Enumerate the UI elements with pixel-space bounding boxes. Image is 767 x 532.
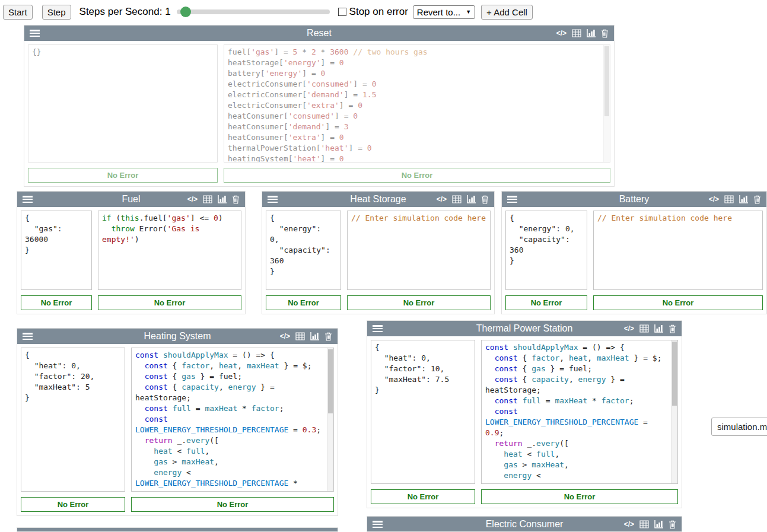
slider-track[interactable] xyxy=(177,9,330,14)
cell-title: Reset xyxy=(307,28,332,39)
code-error-status: No Error xyxy=(481,489,678,504)
cell-title: Battery xyxy=(619,194,650,205)
state-error-status: No Error xyxy=(505,295,587,310)
chevron-down-icon: ▼ xyxy=(466,9,471,15)
stop-on-error-checkbox[interactable] xyxy=(338,8,346,16)
scrollbar[interactable] xyxy=(671,340,677,483)
code-editor[interactable]: if (this.fuel['gas'] <= 0) throw Error('… xyxy=(98,211,241,290)
code-view-icon[interactable]: </> xyxy=(709,195,719,203)
cell-title: Heating System xyxy=(144,331,211,342)
table-view-icon[interactable] xyxy=(572,29,581,37)
state-error-status: No Error xyxy=(21,497,125,512)
delete-cell-icon[interactable] xyxy=(601,29,609,38)
code-editor[interactable]: fuel['gas'] = 5 * 2 * 3600 // two hours … xyxy=(224,44,610,163)
toolbar: Start Step Steps per Second: 1 Stop on e… xyxy=(0,0,767,21)
cell-title: Electric Consumer xyxy=(486,519,564,530)
table-view-icon[interactable] xyxy=(639,324,649,333)
state-error-status: No Error xyxy=(21,295,92,310)
state-error-status: No Error xyxy=(266,295,341,310)
drag-handle-icon[interactable] xyxy=(373,325,383,332)
delete-cell-icon[interactable] xyxy=(669,324,676,333)
code-editor[interactable]: // Enter simulation code here xyxy=(593,211,763,290)
table-view-icon[interactable] xyxy=(452,195,462,203)
state-editor[interactable]: { "heat": 0, "factor": 10, "maxHeat": 7.… xyxy=(371,340,475,484)
scrollbar-thumb[interactable] xyxy=(604,46,609,116)
state-editor[interactable]: { "energy": 0, "capacity": 360 } xyxy=(266,211,341,290)
cell-battery: Battery </> { "energy": 0, "capacity": 3… xyxy=(501,191,767,314)
cell-heating-system: Heating System </> { "heat": 0, "factor"… xyxy=(17,328,338,516)
chart-view-icon[interactable] xyxy=(654,520,663,528)
state-editor[interactable]: { "heat": 0, "factor": 20, "maxHeat": 5 … xyxy=(21,348,125,492)
delete-cell-icon[interactable] xyxy=(481,195,489,204)
drag-handle-icon[interactable] xyxy=(373,521,383,528)
code-error-status: No Error xyxy=(98,295,241,310)
scrollbar-thumb[interactable] xyxy=(328,349,333,413)
code-view-icon[interactable]: </> xyxy=(187,195,198,203)
cell-heat-storage: Heat Storage </> { "energy": 0, "capacit… xyxy=(262,191,495,314)
table-view-icon[interactable] xyxy=(295,332,305,340)
scrollbar[interactable] xyxy=(327,348,333,491)
state-editor[interactable]: { "energy": 0, "capacity": 360 } xyxy=(505,211,587,290)
table-view-icon[interactable] xyxy=(724,195,734,203)
delete-cell-icon[interactable] xyxy=(669,520,676,529)
revert-to-value: Revert to... xyxy=(417,7,460,17)
delete-cell-icon[interactable] xyxy=(324,332,332,341)
cell-title: Heat Storage xyxy=(350,194,406,205)
chart-view-icon[interactable] xyxy=(310,332,319,340)
cell-header: Heat Storage </> xyxy=(262,192,494,207)
code-error-status: No Error xyxy=(347,295,491,310)
stop-on-error-label: Stop on error xyxy=(349,6,408,18)
state-editor[interactable]: { "gas": 36000 } xyxy=(21,211,92,290)
state-error-status: No Error xyxy=(28,168,218,183)
step-button[interactable]: Step xyxy=(42,5,71,20)
delete-cell-icon[interactable] xyxy=(753,195,761,204)
drag-handle-icon[interactable] xyxy=(507,196,517,203)
code-view-icon[interactable]: </> xyxy=(280,332,290,340)
chart-view-icon[interactable] xyxy=(587,29,596,37)
drag-handle-icon[interactable] xyxy=(23,196,33,203)
code-error-status: No Error xyxy=(131,497,334,512)
cell-header: Heating System </> xyxy=(17,329,338,344)
cell-heat-consumer: Heat Consumer </> xyxy=(17,527,338,532)
cell-header: Heat Consumer </> xyxy=(17,528,338,532)
cell-title: Thermal Power Station xyxy=(476,323,573,334)
table-view-icon[interactable] xyxy=(639,520,649,528)
code-error-status: No Error xyxy=(593,295,763,310)
code-editor[interactable]: // Enter simulation code here xyxy=(347,211,491,290)
chart-view-icon[interactable] xyxy=(654,324,663,333)
cell-title: Fuel xyxy=(122,194,140,205)
drag-handle-icon[interactable] xyxy=(268,196,278,203)
chart-view-icon[interactable] xyxy=(739,195,748,203)
cell-reset: Reset </> {} fuel['gas'] = 5 * 2 * 3600 … xyxy=(24,25,615,187)
code-view-icon[interactable]: </> xyxy=(556,29,567,37)
code-editor[interactable]: const shouldApplyMax = () => { const { f… xyxy=(131,348,334,492)
add-cell-button[interactable]: + Add Cell xyxy=(481,5,533,20)
drag-handle-icon[interactable] xyxy=(23,333,33,340)
table-view-icon[interactable] xyxy=(203,195,212,203)
start-button[interactable]: Start xyxy=(3,5,33,20)
state-editor[interactable]: {} xyxy=(28,44,218,163)
revert-to-select[interactable]: Revert to... ▼ xyxy=(413,5,475,19)
cell-fuel: Fuel </> { "gas": 36000 } if (this.fuel[… xyxy=(17,191,246,314)
code-view-icon[interactable]: </> xyxy=(437,195,447,203)
code-error-status: No Error xyxy=(224,168,610,183)
cell-header: Thermal Power Station </> xyxy=(367,321,682,336)
code-view-icon[interactable]: </> xyxy=(624,520,634,528)
state-error-status: No Error xyxy=(371,489,475,504)
scrollbar[interactable] xyxy=(603,45,610,162)
delete-cell-icon[interactable] xyxy=(232,195,240,204)
cell-header: Fuel </> xyxy=(17,192,245,207)
chart-view-icon[interactable] xyxy=(218,195,227,203)
cell-thermal-power-station: Thermal Power Station </> { "heat": 0, "… xyxy=(367,320,682,508)
filename-tooltip: simulation.m xyxy=(711,418,767,436)
drag-handle-icon[interactable] xyxy=(30,30,40,37)
scrollbar-thumb[interactable] xyxy=(672,342,677,406)
steps-per-second-slider[interactable] xyxy=(177,7,330,17)
cell-header: Battery </> xyxy=(502,192,766,207)
cell-electric-consumer: Electric Consumer </> xyxy=(367,516,682,532)
code-editor[interactable]: const shouldApplyMax = () => { const { f… xyxy=(481,340,678,484)
chart-view-icon[interactable] xyxy=(467,195,476,203)
slider-knob[interactable] xyxy=(180,7,191,17)
code-view-icon[interactable]: </> xyxy=(624,324,634,333)
cell-header: Reset </> xyxy=(24,26,614,41)
